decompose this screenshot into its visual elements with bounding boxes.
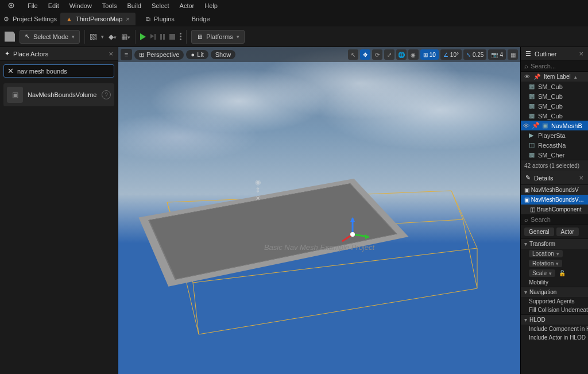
lock-icon[interactable]: 🔓 [559,270,566,276]
item-label: SM_Cub [538,83,563,90]
prop-supported-agents[interactable]: Supported Agents [521,297,588,306]
close-icon[interactable]: × [579,173,583,182]
outliner-column-label: Item Label [544,74,571,80]
details-tab-general[interactable]: General [524,228,554,236]
section-hlod[interactable]: ▾HLOD [521,314,588,325]
plugin-icon[interactable]: ⧉ [146,16,150,23]
outliner-row[interactable]: 👁📌▣NavMeshB [521,121,588,130]
outliner-search-input[interactable] [531,63,588,70]
marker-button[interactable]: ◆▾ [109,33,117,41]
place-actors-title: Place Actors [13,51,48,57]
section-transform[interactable]: ▾Transform [521,238,588,249]
pin-icon[interactable]: 📌 [532,122,540,129]
component-row-child[interactable]: ◫ BrushComponent [521,205,588,214]
rotate-tool[interactable]: ⟳ [372,49,382,60]
pin-icon[interactable]: 📌 [533,74,540,80]
stop-button[interactable] [169,34,175,40]
close-icon[interactable]: × [126,16,129,22]
menu-select[interactable]: Select [152,2,169,9]
outliner-row[interactable]: ◫RecastNa [521,140,588,150]
translate-tool[interactable]: ✥ [360,49,370,60]
section-navigation[interactable]: ▾Navigation [521,287,588,297]
bulb-icon: ● [191,51,195,58]
close-icon[interactable]: × [109,49,113,58]
tab-plugins[interactable]: Plugins [154,16,175,22]
scale-tool[interactable]: ⤢ [384,49,394,60]
gear-icon[interactable]: ⚙ [3,16,9,23]
lit-dropdown[interactable]: ● Lit [186,50,208,59]
menu-edit[interactable]: Edit [48,2,59,9]
menu-window[interactable]: Window [69,2,92,9]
place-actors-search[interactable]: ✕ [3,64,114,78]
angle-snap-value: 10° [450,52,459,58]
outliner-row[interactable]: ▩SM_Cub [521,91,588,101]
add-content-button[interactable]: ▾ [90,32,104,42]
scale-snap[interactable]: ⤡0.25 [463,49,486,60]
perspective-dropdown[interactable]: ⊞ Perspective [134,50,184,60]
prop-scale[interactable]: Scale▾🔓 [521,268,588,278]
help-icon[interactable]: ? [102,90,111,99]
tab-project-settings[interactable]: Project Settings [13,16,57,22]
eye-icon[interactable]: 👁 [523,122,529,129]
outliner-row[interactable]: ▶PlayerSta [521,130,588,140]
step-button[interactable] [150,34,156,40]
details-tabs: General Actor [521,225,588,238]
right-column: ☰ Outliner × ⌕ 👁 📌 Item Label ▴ ▩SM_Cub▩… [520,47,588,374]
outliner-row[interactable]: ▩SM_Cub [521,82,588,91]
menu-help[interactable]: Help [204,2,218,9]
select-tool[interactable]: ↖ [348,49,358,60]
tab-bridge[interactable]: Bridge [192,16,210,22]
search-input[interactable] [17,68,110,75]
cinematics-button[interactable]: ▦▾ [121,33,130,41]
close-icon[interactable]: × [579,49,583,58]
menu-build[interactable]: Build [127,2,141,9]
outliner-tab[interactable]: ☰ Outliner × [521,47,588,61]
world-local-toggle[interactable]: 🌐 [396,49,407,60]
component-name: NavMeshBoundsVolum [531,196,588,203]
viewport[interactable]: Basic Nav Mesh Example Project ◉⇕☀ ≡ ⊞ P… [118,47,520,374]
menu-tools[interactable]: Tools [102,2,117,9]
details-search-input[interactable] [531,216,588,223]
viewport-layout-button[interactable]: ▦ [508,49,518,60]
menu-actor[interactable]: Actor [180,2,195,9]
eye-icon[interactable]: 👁 [524,74,530,80]
search-result-navmeshbounds[interactable]: ▣ NavMeshBoundsVolume ? [3,83,114,106]
outliner-row[interactable]: ▩SM_Cher [521,150,588,160]
prop-mobility[interactable]: Mobility [521,278,588,287]
outliner-row[interactable]: ▩SM_Cub [521,111,588,121]
outliner-search[interactable]: ⌕ [521,61,588,72]
viewport-options-button[interactable]: ≡ [121,49,132,60]
prop-include-actor-hlod[interactable]: Include Actor in HLOD [521,333,588,342]
details-search[interactable]: ⌕ [521,214,588,225]
item-label: SM_Cub [538,93,563,100]
angle-snap[interactable]: ∠10° [440,49,462,60]
volume-thumb-icon: ▣ [7,87,23,103]
outliner-header[interactable]: 👁 📌 Item Label ▴ [521,72,588,82]
prop-include-component-hlod[interactable]: Include Component in HLOD [521,325,588,333]
select-mode-dropdown[interactable]: ↖ Select Mode ▾ [20,30,80,44]
place-actors-tab[interactable]: ✦ Place Actors × [0,47,118,61]
details-tab[interactable]: ✎ Details × [521,171,588,185]
component-row-root[interactable]: ▣ NavMeshBoundsVolum [521,195,588,205]
rotation-label: Rotation [532,260,554,267]
menu-file[interactable]: File [28,2,38,9]
ue-logo[interactable]: ⦿ [5,0,17,12]
grid-snap[interactable]: ⊞10 [420,49,439,60]
clear-icon[interactable]: ✕ [7,67,14,75]
camera-speed[interactable]: 📷4 [488,49,506,60]
show-dropdown[interactable]: Show [211,50,236,59]
play-options-button[interactable] [180,33,181,40]
surface-snap-toggle[interactable]: ◉ [408,49,419,60]
prop-location[interactable]: Location▾ [521,249,588,259]
details-tab-actor[interactable]: Actor [556,228,579,236]
tab-map[interactable]: ▲ ThirdPersonMap × [60,13,136,25]
pause-button[interactable] [160,34,165,40]
prop-fill-collision[interactable]: Fill Collision Underneath fo [521,306,588,314]
prop-rotation[interactable]: Rotation▾ [521,259,588,268]
platforms-dropdown[interactable]: 🖥 Platforms ▾ [191,30,244,44]
outliner-row[interactable]: ▩SM_Cub [521,101,588,111]
show-label: Show [215,51,231,58]
save-icon[interactable] [5,32,15,42]
camera-icon: 📷 [491,52,498,58]
play-button[interactable] [140,33,146,40]
